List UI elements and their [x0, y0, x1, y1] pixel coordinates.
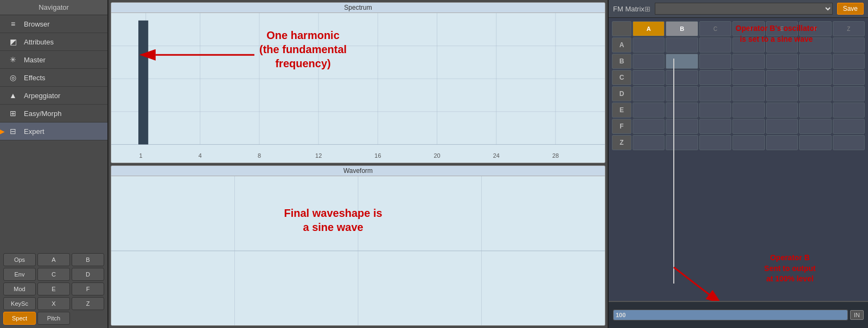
fm-header-e[interactable]: E [766, 21, 798, 36]
fm-header-a[interactable]: A [633, 21, 665, 36]
fm-cell-c-c[interactable] [699, 70, 731, 85]
x-button[interactable]: X [37, 297, 70, 310]
fm-cell-a-f[interactable] [799, 37, 831, 53]
fm-cell-d-f[interactable] [799, 86, 831, 101]
fm-cell-f-e[interactable] [766, 119, 798, 134]
sidebar-item-arpeggiator[interactable]: ▲ Arpeggiator [0, 87, 107, 105]
fm-row-a: A [612, 37, 865, 53]
fm-cell-c-d[interactable] [732, 70, 764, 85]
waveform-section: Waveform Final waveshape isa sine wav [111, 165, 605, 326]
fm-cell-f-z[interactable] [833, 119, 865, 134]
fm-header-f[interactable]: F [799, 21, 831, 36]
waveform-title: Waveform [111, 166, 605, 176]
fm-cell-a-e[interactable] [766, 37, 798, 53]
fm-cell-f-a[interactable] [633, 119, 665, 134]
fm-cell-f-b[interactable] [666, 119, 698, 134]
fm-cell-b-z[interactable] [833, 54, 865, 69]
fm-row-f: F [612, 119, 865, 134]
fm-cell-e-f[interactable] [799, 102, 831, 118]
fm-cell-b-a[interactable] [633, 54, 665, 69]
fm-cell-b-b[interactable] [666, 54, 698, 69]
spectrum-title: Spectrum [111, 3, 605, 13]
fm-cell-z-b[interactable] [666, 135, 698, 150]
ops-button[interactable]: Ops [3, 253, 36, 266]
fm-cell-d-z[interactable] [833, 86, 865, 101]
fm-cell-z-d[interactable] [732, 135, 764, 150]
sidebar-item-effects[interactable]: ◎ Effects [0, 69, 107, 87]
fm-cell-b-f[interactable] [799, 54, 831, 69]
mod-button[interactable]: Mod [3, 282, 36, 295]
fm-row-label-e: E [612, 102, 631, 118]
fm-cell-c-z[interactable] [833, 70, 865, 85]
fm-cell-a-z[interactable] [833, 37, 865, 53]
fm-cell-z-a[interactable] [633, 135, 665, 150]
fm-cell-c-e[interactable] [766, 70, 798, 85]
spect-button[interactable]: Spect [3, 312, 36, 325]
fm-cell-d-c[interactable] [699, 86, 731, 101]
fm-cell-e-e[interactable] [766, 102, 798, 118]
fm-save-button[interactable]: Save [837, 3, 864, 15]
fm-cell-z-c[interactable] [699, 135, 731, 150]
fm-cell-z-e[interactable] [766, 135, 798, 150]
fm-row-label-b: B [612, 54, 631, 69]
fm-cell-e-a[interactable] [633, 102, 665, 118]
fm-cell-a-b[interactable] [666, 37, 698, 53]
fm-cell-d-a[interactable] [633, 86, 665, 101]
d-button[interactable]: D [72, 268, 104, 281]
fm-cell-z-f[interactable] [799, 135, 831, 150]
browser-icon: ≡ [8, 20, 18, 28]
fm-cell-d-b[interactable] [666, 86, 698, 101]
c-button[interactable]: C [37, 268, 70, 281]
sidebar-item-master[interactable]: ✳ Master [0, 51, 107, 69]
fm-cell-f-f[interactable] [799, 119, 831, 134]
spectrum-area: 1 4 8 12 16 20 24 28 One harmonic(the fu… [111, 13, 605, 163]
pitch-button[interactable]: Pitch [37, 312, 70, 325]
effects-icon: ◎ [8, 73, 18, 82]
fm-row-label-f: F [612, 119, 631, 134]
fm-cell-z-z[interactable] [833, 135, 865, 150]
fm-cell-b-c[interactable] [699, 54, 731, 69]
spectrum-content: 1 4 8 12 16 20 24 28 One harmonic(the fu… [111, 13, 605, 163]
fm-row-label-a: A [612, 37, 631, 53]
keysc-button[interactable]: KeySc [3, 297, 36, 310]
fm-matrix-preset-dropdown[interactable] [655, 3, 833, 15]
a-button[interactable]: A [37, 253, 70, 266]
f-button[interactable]: F [72, 282, 104, 295]
fm-cell-a-d[interactable] [732, 37, 764, 53]
fm-cell-b-d[interactable] [732, 54, 764, 69]
svg-text:20: 20 [433, 152, 440, 159]
fm-cell-c-b[interactable] [666, 70, 698, 85]
fm-header-d[interactable]: D [732, 21, 764, 36]
b-button[interactable]: B [72, 253, 104, 266]
e-button[interactable]: E [37, 282, 70, 295]
spectrum-svg: 1 4 8 12 16 20 24 28 [111, 13, 605, 163]
fm-cell-a-a[interactable] [633, 37, 665, 53]
z-button[interactable]: Z [72, 297, 104, 310]
svg-text:12: 12 [315, 152, 322, 159]
fm-cell-f-c[interactable] [699, 119, 731, 134]
sidebar-item-easy-morph[interactable]: ⊞ Easy/Morph [0, 105, 107, 123]
fm-header-b[interactable]: B [666, 21, 698, 36]
fm-matrix-panel: FM Matrix ⊞ Save A B C D E F Z [608, 0, 868, 328]
fm-header-z[interactable]: Z [833, 21, 865, 36]
fm-matrix-body: A B C D E F Z ABCDEFZ [609, 18, 868, 328]
fm-cell-e-b[interactable] [666, 102, 698, 118]
sidebar-item-expert[interactable]: ▶ ⊟ Expert [0, 123, 107, 140]
svg-text:4: 4 [199, 152, 202, 159]
fm-cell-d-d[interactable] [732, 86, 764, 101]
fm-cell-e-z[interactable] [833, 102, 865, 118]
fm-cell-c-a[interactable] [633, 70, 665, 85]
fm-header-c[interactable]: C [699, 21, 731, 36]
env-button[interactable]: Env [3, 268, 36, 281]
fm-cell-a-c[interactable] [699, 37, 731, 53]
fm-row-b: B [612, 54, 865, 69]
fm-row-label-d: D [612, 86, 631, 101]
fm-cell-e-d[interactable] [732, 102, 764, 118]
fm-cell-b-e[interactable] [766, 54, 798, 69]
fm-cell-d-e[interactable] [766, 86, 798, 101]
fm-cell-c-f[interactable] [799, 70, 831, 85]
fm-cell-f-d[interactable] [732, 119, 764, 134]
fm-cell-e-c[interactable] [699, 102, 731, 118]
sidebar-item-browser[interactable]: ≡ Browser [0, 15, 107, 33]
sidebar-item-attributes[interactable]: ◩ Attributes [0, 33, 107, 51]
